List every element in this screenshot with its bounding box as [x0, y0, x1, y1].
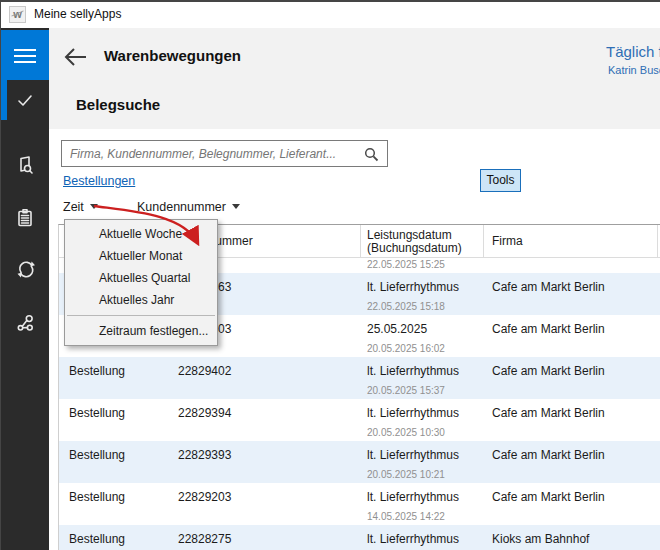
filter-zeit-dropdown[interactable]: Zeit: [63, 200, 98, 214]
filter-zeit-label: Zeit: [63, 200, 84, 214]
cell-buchung: 22.05.2025 15:18: [367, 301, 445, 312]
cell-number: 22828275: [178, 532, 231, 546]
cell-type: Bestellung: [69, 490, 125, 504]
column-header-line2: (Buchungsdatum): [367, 242, 462, 255]
menu-item[interactable]: Aktueller Monat: [65, 245, 217, 267]
column-header-leistungsdatum[interactable]: Leistungsdatum (Buchungsdatum): [367, 225, 462, 258]
table-row[interactable]: Bestellung22829402lt. LieferrhythmusCafe…: [59, 357, 660, 399]
tools-button[interactable]: Tools: [480, 169, 521, 192]
back-arrow-icon: [63, 45, 89, 69]
column-divider: [657, 225, 658, 258]
table-row[interactable]: Bestellung22829393lt. LieferrhythmusCafe…: [59, 441, 660, 483]
filter-kundennummer-label: Kundennummer: [137, 200, 226, 214]
cell-number: 22829394: [178, 406, 231, 420]
cell-leistung: 25.05.2025: [367, 322, 427, 336]
tab-bestellungen[interactable]: Bestellungen: [63, 174, 135, 188]
column-header-firma[interactable]: Firma: [492, 225, 523, 258]
cell-buchung: 20.05.2025 15:37: [367, 385, 445, 396]
cell-type: Bestellung: [69, 364, 125, 378]
back-button[interactable]: [63, 45, 89, 69]
column-divider: [360, 225, 361, 258]
navigation-sidebar: [1, 28, 49, 550]
sidebar-item-sync[interactable]: [1, 248, 49, 288]
content-area: Warenbewegungen Täglich f Katrin Busch B…: [49, 28, 660, 550]
header-user-name[interactable]: Katrin Busch: [608, 64, 660, 76]
time-filter-menu-items: Aktuelle WocheAktueller MonatAktuelles Q…: [65, 223, 217, 311]
cell-buchung: 20.05.2025 10:21: [367, 469, 445, 480]
search-input[interactable]: [70, 142, 355, 165]
app-window: w Meine sellyApps: [0, 0, 660, 550]
clipboard-icon: [15, 208, 35, 228]
selected-indicator: [1, 80, 7, 120]
column-divider: [483, 225, 484, 258]
menu-item[interactable]: Aktuelle Woche: [65, 223, 217, 245]
menu-item-zeitraum[interactable]: Zeitraum festlegen...: [65, 320, 217, 342]
menu-separator: [67, 315, 215, 316]
cell-leistung: lt. Lieferrhythmus: [367, 490, 459, 504]
filter-kundennummer-dropdown[interactable]: Kundennummer: [137, 200, 240, 214]
cell-type: Bestellung: [69, 406, 125, 420]
cell-buchung: 14.05.2025 14:22: [367, 511, 445, 522]
sidebar-item-clipboard[interactable]: [1, 198, 49, 238]
cell-firma: Cafe am Markt Berlin: [492, 322, 605, 336]
share-icon: [15, 313, 35, 333]
cell-buchung: 20.05.2025 16:02: [367, 343, 445, 354]
sidebar-item-documents[interactable]: [1, 80, 49, 120]
cell-buchung: 22.05.2025 15:25: [367, 259, 445, 270]
cell-leistung: lt. Lieferrhythmus: [367, 532, 459, 546]
section-title: Belegsuche: [76, 96, 160, 113]
app-logo-icon: w: [9, 6, 26, 23]
cell-leistung: lt. Lieferrhythmus: [367, 280, 459, 294]
header-right-title: Täglich f: [606, 43, 660, 60]
table-row[interactable]: Bestellung22828275lt. LieferrhythmusKiok…: [59, 525, 660, 550]
cell-firma: Kioks am Bahnhof: [492, 532, 589, 546]
cell-firma: Cafe am Markt Berlin: [492, 448, 605, 462]
hamburger-menu-button[interactable]: [1, 30, 49, 80]
cell-firma: Cafe am Markt Berlin: [492, 406, 605, 420]
cell-firma: Cafe am Markt Berlin: [492, 490, 605, 504]
chevron-down-icon: [232, 204, 240, 209]
cell-leistung: lt. Lieferrhythmus: [367, 406, 459, 420]
sync-icon: [15, 258, 37, 280]
search-box[interactable]: [61, 140, 388, 167]
title-bar: w Meine sellyApps: [1, 2, 660, 28]
page-title: Warenbewegungen: [104, 47, 241, 64]
search-icon[interactable]: [364, 147, 379, 162]
cell-firma: Cafe am Markt Berlin: [492, 364, 605, 378]
cell-leistung: lt. Lieferrhythmus: [367, 364, 459, 378]
check-icon: [15, 90, 35, 110]
table-row[interactable]: Bestellung22829203lt. LieferrhythmusCafe…: [59, 483, 660, 525]
sidebar-item-search-catalog[interactable]: [1, 145, 49, 185]
header-band: [49, 28, 660, 129]
cell-firma: Cafe am Markt Berlin: [492, 280, 605, 294]
cell-number: 22829393: [178, 448, 231, 462]
cell-type: Bestellung: [69, 448, 125, 462]
sidebar-item-share[interactable]: [1, 303, 49, 343]
document-search-icon: [15, 155, 35, 175]
menu-item[interactable]: Aktuelles Quartal: [65, 267, 217, 289]
chevron-down-icon: [90, 204, 98, 209]
cell-type: Bestellung: [69, 532, 125, 546]
table-row[interactable]: Bestellung22829394lt. LieferrhythmusCafe…: [59, 399, 660, 441]
cell-number: 22829402: [178, 364, 231, 378]
time-filter-menu: Aktuelle WocheAktueller MonatAktuelles Q…: [64, 219, 218, 346]
cell-buchung: 20.05.2025 10:30: [367, 427, 445, 438]
cell-leistung: lt. Lieferrhythmus: [367, 448, 459, 462]
window-title: Meine sellyApps: [34, 7, 121, 21]
menu-item[interactable]: Aktuelles Jahr: [65, 289, 217, 311]
column-header-line1: Leistungsdatum: [367, 229, 462, 242]
cell-number: 22829203: [178, 490, 231, 504]
